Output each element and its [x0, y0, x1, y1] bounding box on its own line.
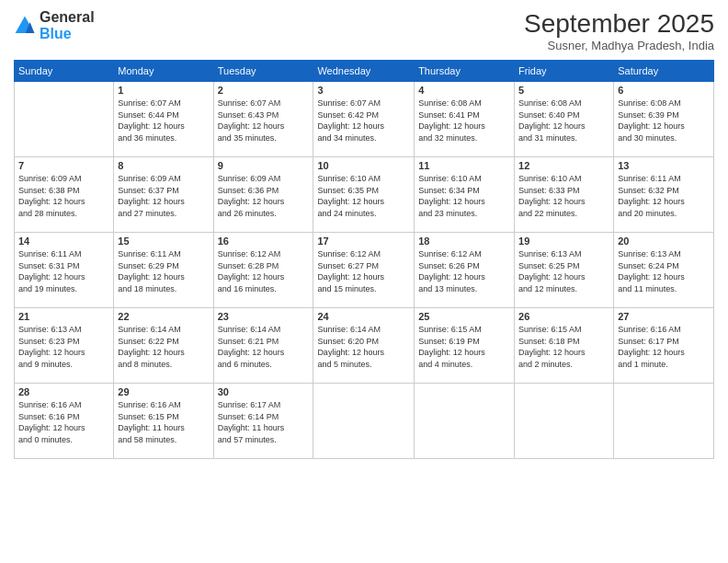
calendar-cell: 8Sunrise: 6:09 AM Sunset: 6:37 PM Daylig…: [114, 157, 213, 233]
day-number: 25: [418, 311, 510, 322]
day-info: Sunrise: 6:11 AM Sunset: 6:31 PM Dayligh…: [18, 248, 109, 294]
day-number: 28: [18, 386, 109, 397]
calendar-cell: 22Sunrise: 6:14 AM Sunset: 6:22 PM Dayli…: [114, 308, 213, 384]
day-number: 3: [317, 85, 410, 96]
day-info: Sunrise: 6:07 AM Sunset: 6:42 PM Dayligh…: [317, 98, 410, 144]
day-number: 8: [118, 160, 209, 171]
day-info: Sunrise: 6:11 AM Sunset: 6:32 PM Dayligh…: [618, 173, 710, 219]
calendar-cell: 24Sunrise: 6:14 AM Sunset: 6:20 PM Dayli…: [313, 308, 415, 384]
col-monday: Monday: [114, 61, 213, 82]
calendar-cell: 30Sunrise: 6:17 AM Sunset: 6:14 PM Dayli…: [213, 384, 313, 459]
day-number: 11: [418, 160, 510, 171]
col-wednesday: Wednesday: [313, 61, 415, 82]
calendar-cell: 11Sunrise: 6:10 AM Sunset: 6:34 PM Dayli…: [415, 157, 515, 233]
calendar-cell: 16Sunrise: 6:12 AM Sunset: 6:28 PM Dayli…: [213, 233, 313, 308]
calendar-week-4: 28Sunrise: 6:16 AM Sunset: 6:16 PM Dayli…: [15, 384, 714, 459]
logo-general: General: [40, 9, 95, 25]
day-info: Sunrise: 6:16 AM Sunset: 6:17 PM Dayligh…: [618, 324, 710, 370]
day-number: 20: [618, 236, 710, 247]
day-number: 17: [317, 236, 410, 247]
calendar-cell: 27Sunrise: 6:16 AM Sunset: 6:17 PM Dayli…: [614, 308, 714, 384]
subtitle: Susner, Madhya Pradesh, India: [524, 39, 714, 52]
calendar-table: Sunday Monday Tuesday Wednesday Thursday…: [14, 60, 714, 459]
day-info: Sunrise: 6:08 AM Sunset: 6:41 PM Dayligh…: [418, 98, 510, 144]
calendar-cell: 23Sunrise: 6:14 AM Sunset: 6:21 PM Dayli…: [213, 308, 313, 384]
day-info: Sunrise: 6:14 AM Sunset: 6:22 PM Dayligh…: [118, 324, 209, 370]
day-number: 22: [118, 311, 209, 322]
calendar-cell: 6Sunrise: 6:08 AM Sunset: 6:39 PM Daylig…: [614, 82, 714, 157]
calendar-cell: 10Sunrise: 6:10 AM Sunset: 6:35 PM Dayli…: [313, 157, 415, 233]
day-number: 16: [218, 236, 310, 247]
day-number: 5: [518, 85, 609, 96]
day-info: Sunrise: 6:13 AM Sunset: 6:23 PM Dayligh…: [18, 324, 109, 370]
header: General Blue September 2025 Susner, Madh…: [14, 9, 714, 52]
day-number: 9: [218, 160, 310, 171]
calendar-cell: 5Sunrise: 6:08 AM Sunset: 6:40 PM Daylig…: [515, 82, 614, 157]
day-number: 13: [618, 160, 710, 171]
day-number: 15: [118, 236, 209, 247]
calendar-week-1: 7Sunrise: 6:09 AM Sunset: 6:38 PM Daylig…: [15, 157, 714, 233]
logo-blue: Blue: [40, 26, 72, 41]
day-number: 6: [618, 85, 710, 96]
day-number: 19: [518, 236, 609, 247]
day-number: 7: [18, 160, 109, 171]
day-number: 30: [218, 386, 310, 397]
day-number: 24: [317, 311, 410, 322]
calendar-cell: 20Sunrise: 6:13 AM Sunset: 6:24 PM Dayli…: [614, 233, 714, 308]
day-info: Sunrise: 6:07 AM Sunset: 6:43 PM Dayligh…: [218, 98, 310, 144]
day-number: 26: [518, 311, 609, 322]
col-thursday: Thursday: [415, 61, 515, 82]
day-info: Sunrise: 6:08 AM Sunset: 6:39 PM Dayligh…: [618, 98, 710, 144]
calendar-cell: 29Sunrise: 6:16 AM Sunset: 6:15 PM Dayli…: [114, 384, 213, 459]
day-info: Sunrise: 6:17 AM Sunset: 6:14 PM Dayligh…: [218, 399, 310, 445]
day-number: 29: [118, 386, 209, 397]
col-sunday: Sunday: [15, 61, 114, 82]
month-title: September 2025: [524, 9, 714, 39]
calendar-cell: 4Sunrise: 6:08 AM Sunset: 6:41 PM Daylig…: [415, 82, 515, 157]
calendar-cell: 9Sunrise: 6:09 AM Sunset: 6:36 PM Daylig…: [213, 157, 313, 233]
logo-icon: [14, 15, 36, 37]
col-tuesday: Tuesday: [213, 61, 313, 82]
col-friday: Friday: [515, 61, 614, 82]
col-saturday: Saturday: [614, 61, 714, 82]
calendar-cell: 2Sunrise: 6:07 AM Sunset: 6:43 PM Daylig…: [213, 82, 313, 157]
calendar-cell: 7Sunrise: 6:09 AM Sunset: 6:38 PM Daylig…: [15, 157, 114, 233]
calendar-week-0: 1Sunrise: 6:07 AM Sunset: 6:44 PM Daylig…: [15, 82, 714, 157]
logo: General Blue: [14, 9, 95, 42]
day-info: Sunrise: 6:12 AM Sunset: 6:26 PM Dayligh…: [418, 248, 510, 294]
day-number: 18: [418, 236, 510, 247]
calendar-cell: [313, 384, 415, 459]
day-info: Sunrise: 6:15 AM Sunset: 6:19 PM Dayligh…: [418, 324, 510, 370]
calendar-cell: 3Sunrise: 6:07 AM Sunset: 6:42 PM Daylig…: [313, 82, 415, 157]
day-info: Sunrise: 6:13 AM Sunset: 6:25 PM Dayligh…: [518, 248, 609, 294]
day-number: 1: [118, 85, 209, 96]
calendar-cell: [515, 384, 614, 459]
calendar-week-2: 14Sunrise: 6:11 AM Sunset: 6:31 PM Dayli…: [15, 233, 714, 308]
day-info: Sunrise: 6:10 AM Sunset: 6:33 PM Dayligh…: [518, 173, 609, 219]
day-info: Sunrise: 6:09 AM Sunset: 6:38 PM Dayligh…: [18, 173, 109, 219]
title-area: September 2025 Susner, Madhya Pradesh, I…: [524, 9, 714, 52]
day-info: Sunrise: 6:07 AM Sunset: 6:44 PM Dayligh…: [118, 98, 209, 144]
day-number: 27: [618, 311, 710, 322]
calendar-cell: 21Sunrise: 6:13 AM Sunset: 6:23 PM Dayli…: [15, 308, 114, 384]
day-info: Sunrise: 6:16 AM Sunset: 6:16 PM Dayligh…: [18, 399, 109, 445]
day-info: Sunrise: 6:10 AM Sunset: 6:34 PM Dayligh…: [418, 173, 510, 219]
day-number: 10: [317, 160, 410, 171]
calendar-cell: 15Sunrise: 6:11 AM Sunset: 6:29 PM Dayli…: [114, 233, 213, 308]
day-info: Sunrise: 6:11 AM Sunset: 6:29 PM Dayligh…: [118, 248, 209, 294]
calendar-cell: 25Sunrise: 6:15 AM Sunset: 6:19 PM Dayli…: [415, 308, 515, 384]
day-info: Sunrise: 6:12 AM Sunset: 6:27 PM Dayligh…: [317, 248, 410, 294]
day-info: Sunrise: 6:13 AM Sunset: 6:24 PM Dayligh…: [618, 248, 710, 294]
calendar-cell: 12Sunrise: 6:10 AM Sunset: 6:33 PM Dayli…: [515, 157, 614, 233]
logo-text: General Blue: [40, 9, 95, 42]
calendar-cell: [614, 384, 714, 459]
calendar-cell: 19Sunrise: 6:13 AM Sunset: 6:25 PM Dayli…: [515, 233, 614, 308]
calendar-cell: 17Sunrise: 6:12 AM Sunset: 6:27 PM Dayli…: [313, 233, 415, 308]
calendar-cell: [415, 384, 515, 459]
calendar-week-3: 21Sunrise: 6:13 AM Sunset: 6:23 PM Dayli…: [15, 308, 714, 384]
calendar-cell: 18Sunrise: 6:12 AM Sunset: 6:26 PM Dayli…: [415, 233, 515, 308]
day-number: 4: [418, 85, 510, 96]
day-info: Sunrise: 6:12 AM Sunset: 6:28 PM Dayligh…: [218, 248, 310, 294]
calendar-cell: 26Sunrise: 6:15 AM Sunset: 6:18 PM Dayli…: [515, 308, 614, 384]
day-number: 12: [518, 160, 609, 171]
